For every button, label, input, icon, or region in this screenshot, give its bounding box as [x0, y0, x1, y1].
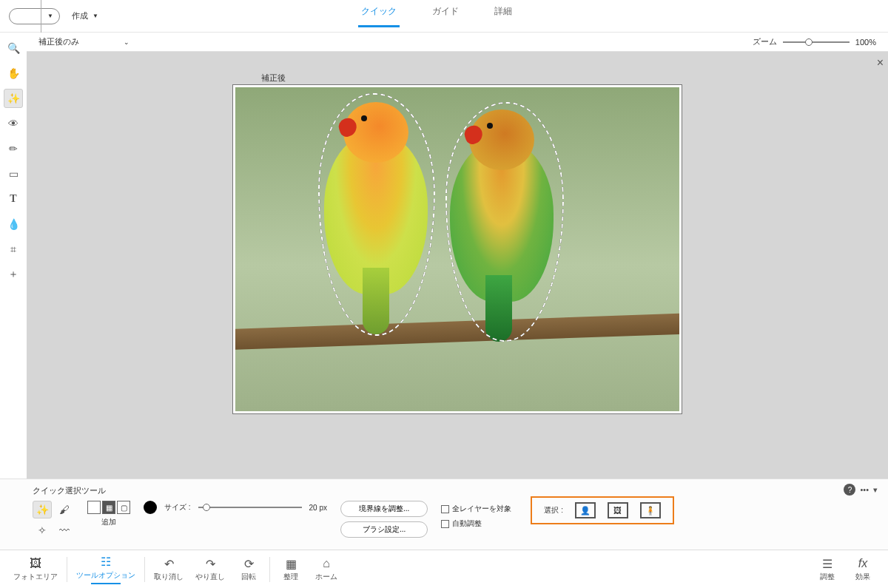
select-background-button[interactable]: 🧍 [640, 502, 661, 518]
selection-mode-grid: ✨ 🖌 ✧ 〰 [33, 501, 74, 539]
canvas-area: 補正後のみ ⌄ ズーム 100% × 補正後 [27, 33, 888, 479]
branch-shape [235, 312, 679, 350]
size-label: サイズ : [164, 502, 191, 513]
redo-icon: ↷ [206, 556, 215, 571]
select-label: 選択 : [544, 505, 563, 516]
add-label: 追加 [101, 517, 116, 527]
view-mode-dropdown[interactable]: 補正後のみ ⌄ [38, 36, 130, 47]
canvas-wrap [27, 52, 888, 479]
zoom-tool[interactable]: 🔍 [4, 38, 23, 58]
organize-icon: ▦ [286, 556, 297, 571]
undo-label: 取り消し [154, 572, 184, 582]
zoom-value: 100% [855, 38, 876, 47]
organize-label: 整理 [283, 572, 298, 582]
auto-enhance-label: 自動調整 [452, 518, 482, 529]
tab-guide[interactable]: ガイド [429, 5, 462, 27]
canvas-header: 補正後のみ ⌄ ズーム 100% [27, 33, 888, 52]
redo-button[interactable]: ↷やり直し [189, 556, 231, 582]
close-document-button[interactable]: × [877, 56, 884, 70]
tool-options-button[interactable]: ☷ツールオプション [70, 555, 141, 584]
tool-sidebar: 🔍 ✋ ✨ 👁 ✏ ▭ T 💧 ⌗ ＋ [0, 33, 27, 479]
collapse-panel-button[interactable]: ▾ [873, 485, 878, 495]
brush-preview-icon [144, 501, 157, 514]
quick-select-tool[interactable]: ✨ [4, 89, 23, 108]
canvas-label: 補正後 [261, 72, 286, 84]
mode-selection-brush[interactable]: 🖌 [55, 501, 74, 518]
tab-quick[interactable]: クイック [358, 5, 400, 27]
view-mode-label: 補正後のみ [38, 36, 79, 47]
chevron-down-icon: ⌄ [124, 38, 130, 46]
adjust-icon: ☰ [822, 556, 832, 571]
selection-marquee-right[interactable] [445, 102, 564, 342]
effects-icon: fx [858, 556, 867, 571]
effects-label: 効果 [855, 572, 870, 582]
text-tool[interactable]: T [4, 189, 23, 209]
new-selection-button[interactable] [87, 501, 101, 514]
brush-settings-button[interactable]: ブラシ設定... [340, 521, 428, 538]
eye-tool[interactable]: 👁 [4, 114, 23, 133]
home-button[interactable]: ⌂ホーム [309, 556, 344, 582]
zoom-controls: ズーム 100% [753, 36, 876, 47]
add-subtract-group: ▦ ▢ 追加 [87, 501, 130, 527]
workspace-tabs: クイック ガイド 詳細 [98, 5, 776, 27]
select-subject-button[interactable]: 👤 [575, 502, 596, 518]
refine-edge-button[interactable]: 境界線を調整... [340, 501, 428, 517]
organize-button[interactable]: ▦整理 [273, 556, 309, 582]
auto-select-group: 選択 : 👤 🖼 🧍 [531, 496, 674, 524]
mode-quick-select[interactable]: ✨ [33, 501, 52, 518]
help-button[interactable]: ? [844, 484, 855, 496]
redo-label: やり直し [195, 572, 225, 582]
create-button-label: 作成 [72, 10, 88, 21]
rotate-label: 回転 [241, 572, 256, 582]
tool-options-title: クイック選択ツール [33, 485, 855, 496]
all-layers-checkbox[interactable]: 全レイヤーを対象 [441, 504, 511, 514]
tab-detail[interactable]: 詳細 [491, 5, 515, 27]
subtract-selection-button[interactable]: ▢ [117, 501, 130, 514]
move-tool[interactable]: ＋ [4, 265, 23, 284]
mode-magic-wand[interactable]: ✧ [33, 521, 52, 539]
tool-options-icon: ☷ [101, 555, 111, 570]
photo-bin-icon: 🖼 [30, 556, 41, 571]
create-dropdown-icon: ▼ [92, 13, 98, 19]
select-sky-button[interactable]: 🖼 [608, 502, 628, 518]
auto-enhance-checkbox[interactable]: 自動調整 [441, 518, 511, 529]
brush-size-group: サイズ : 20 px [144, 501, 327, 514]
adjust-button[interactable]: ☰調整 [810, 556, 845, 582]
tool-options-label: ツールオプション [76, 570, 135, 581]
add-selection-button[interactable]: ▦ [102, 501, 115, 514]
zoom-slider[interactable] [783, 41, 850, 43]
open-button[interactable]: 開く ▼ [9, 8, 60, 24]
main-area: 🔍 ✋ ✨ 👁 ✏ ▭ T 💧 ⌗ ＋ 補正後のみ ⌄ ズーム 100% × 補… [0, 33, 888, 479]
mode-refine-brush[interactable]: 〰 [55, 521, 74, 539]
photo-bin-button[interactable]: 🖼フォトエリア [7, 556, 64, 582]
all-layers-label: 全レイヤーを対象 [452, 504, 511, 514]
open-dropdown-icon[interactable]: ▼ [41, 13, 59, 19]
photo-bin-label: フォトエリア [13, 572, 58, 582]
zoom-label: ズーム [753, 36, 777, 47]
size-slider-knob[interactable] [203, 504, 210, 511]
bird-right [450, 139, 554, 302]
document-image[interactable] [235, 87, 679, 411]
stamp-tool[interactable]: ▭ [4, 164, 23, 183]
eyedropper-tool[interactable]: 💧 [4, 214, 23, 234]
top-menu-bar: 開く ▼ 作成 ▼ クイック ガイド 詳細 [0, 0, 888, 33]
hand-tool[interactable]: ✋ [4, 64, 23, 83]
bottom-bar: 🖼フォトエリア ☷ツールオプション ↶取り消し ↷やり直し ⟳回転 ▦整理 ⌂ホ… [0, 550, 888, 588]
brush-tool[interactable]: ✏ [4, 139, 23, 158]
adjust-label: 調整 [820, 572, 835, 582]
zoom-slider-knob[interactable] [805, 38, 813, 46]
size-value: 20 px [309, 504, 327, 512]
canvas-frame[interactable] [232, 84, 682, 414]
undo-button[interactable]: ↶取り消し [148, 556, 189, 582]
crop-tool[interactable]: ⌗ [4, 240, 23, 259]
create-button[interactable]: 作成 ▼ [72, 10, 98, 21]
effects-button[interactable]: fx効果 [845, 556, 881, 582]
tool-options-panel: クイック選択ツール ✨ 🖌 ✧ 〰 ▦ ▢ 追加 サイズ : 20 px 境界線… [0, 479, 888, 550]
undo-icon: ↶ [164, 556, 174, 571]
more-options-button[interactable]: ••• [860, 485, 869, 494]
rotate-button[interactable]: ⟳回転 [231, 556, 266, 582]
size-slider[interactable] [198, 507, 302, 508]
home-label: ホーム [315, 572, 337, 582]
home-icon: ⌂ [323, 556, 330, 571]
selection-marquee-left[interactable] [318, 93, 435, 336]
